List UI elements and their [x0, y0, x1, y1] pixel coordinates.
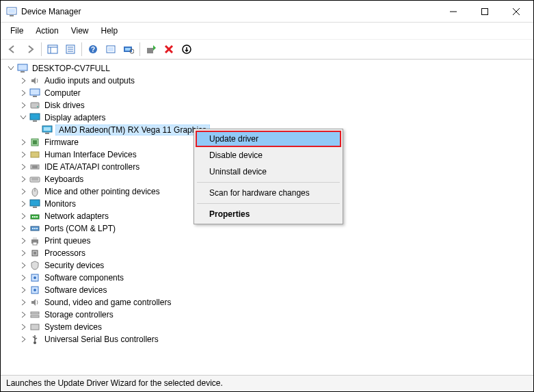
- close-button[interactable]: [500, 1, 532, 22]
- svg-point-55: [34, 228, 36, 229]
- svg-rect-68: [31, 324, 39, 330]
- computer-icon: [17, 63, 28, 74]
- menu-uninstall-device[interactable]: Uninstall device: [196, 164, 341, 180]
- svg-rect-34: [44, 127, 51, 131]
- svg-rect-28: [33, 96, 37, 97]
- expander-icon[interactable]: [18, 273, 28, 283]
- expander-icon[interactable]: [18, 138, 28, 147]
- tree-node-disk-drives[interactable]: Disk drives: [17, 99, 533, 112]
- tree-label: Monitors: [43, 199, 77, 209]
- tree-node-storage-controllers[interactable]: Storage controllers: [17, 309, 533, 321]
- svg-rect-66: [31, 312, 39, 314]
- menu-properties[interactable]: Properties: [196, 206, 341, 222]
- display-adapters-icon: [29, 112, 40, 123]
- forward-button[interactable]: [22, 41, 38, 57]
- security-devices-icon: [29, 260, 40, 271]
- expander-icon[interactable]: [18, 285, 28, 295]
- tree-label: Sound, video and game controllers: [43, 298, 172, 307]
- back-button[interactable]: [4, 41, 21, 57]
- keyboards-icon: [29, 174, 40, 185]
- help-button[interactable]: ?: [85, 41, 101, 57]
- expander-icon[interactable]: [18, 101, 28, 110]
- svg-rect-1: [8, 9, 15, 13]
- tree-node-software-components[interactable]: Software components: [17, 272, 533, 284]
- svg-rect-7: [48, 45, 57, 53]
- tree-label: Human Interface Devices: [43, 150, 138, 159]
- menu-separator: [197, 182, 340, 183]
- expander-icon[interactable]: [18, 322, 28, 332]
- expander-icon[interactable]: [18, 162, 28, 172]
- storage-controllers-icon: [29, 309, 40, 320]
- tree-node-audio-inputs-outputs[interactable]: Audio inputs and outputs: [17, 75, 533, 87]
- usb-controllers-icon: [29, 334, 40, 345]
- window-controls: [438, 1, 532, 22]
- show-hide-console-button[interactable]: [44, 41, 61, 57]
- expander-icon[interactable]: [18, 224, 28, 233]
- menu-action[interactable]: Action: [30, 24, 64, 38]
- update-driver-toolbar-button[interactable]: [143, 41, 159, 57]
- system-devices-icon: [29, 322, 40, 332]
- ports-icon: [29, 223, 40, 234]
- expander-icon[interactable]: [18, 174, 28, 184]
- svg-rect-50: [32, 216, 34, 218]
- menu-help[interactable]: Help: [96, 24, 124, 38]
- network-adapters-icon: [29, 211, 40, 222]
- tree-node-system-devices[interactable]: System devices: [17, 321, 533, 333]
- tree-node-usb-controllers[interactable]: Universal Serial Bus controllers: [17, 333, 533, 345]
- tree-label: System devices: [43, 322, 103, 332]
- context-menu: Update driver Disable device Uninstall d…: [193, 129, 343, 224]
- expander-icon[interactable]: [18, 113, 28, 122]
- menu-update-driver[interactable]: Update driver: [196, 131, 341, 147]
- maximize-button[interactable]: [469, 1, 500, 22]
- tree-label: Storage controllers: [43, 310, 115, 319]
- tree-label: Security devices: [43, 261, 105, 270]
- action-button[interactable]: [103, 41, 119, 57]
- tree-node-sound-controllers[interactable]: Sound, video and game controllers: [17, 296, 533, 309]
- scan-button[interactable]: [120, 41, 137, 57]
- svg-rect-32: [33, 120, 37, 122]
- menu-file[interactable]: File: [5, 24, 29, 38]
- svg-rect-17: [108, 47, 114, 51]
- expander-icon[interactable]: [18, 310, 28, 319]
- expander-icon[interactable]: [18, 298, 28, 307]
- separator: [81, 42, 82, 56]
- expander-icon[interactable]: [18, 76, 28, 86]
- tree-label: Software devices: [43, 285, 108, 295]
- tree-node-security-devices[interactable]: Security devices: [17, 259, 533, 272]
- ide-controllers-icon: [29, 161, 40, 172]
- computer-icon: [29, 88, 40, 99]
- tree-node-processors[interactable]: Processors: [17, 247, 533, 259]
- uninstall-toolbar-button[interactable]: [161, 41, 177, 57]
- expander-icon[interactable]: [18, 150, 28, 159]
- tree-label: Disk drives: [43, 101, 86, 110]
- expander-icon[interactable]: [18, 187, 28, 196]
- svg-rect-26: [21, 71, 25, 73]
- toolbar: ?: [1, 40, 533, 60]
- svg-rect-27: [30, 89, 40, 95]
- tree-node-software-devices[interactable]: Software devices: [17, 284, 533, 296]
- tree-node-print-queues[interactable]: Print queues: [17, 235, 533, 247]
- sound-controllers-icon: [29, 297, 40, 308]
- menu-view[interactable]: View: [66, 24, 94, 38]
- menu-scan-hardware[interactable]: Scan for hardware changes: [196, 185, 341, 201]
- expander-icon[interactable]: [18, 88, 28, 98]
- expander-icon[interactable]: [18, 211, 28, 221]
- expander-icon[interactable]: [31, 125, 40, 135]
- svg-rect-51: [34, 216, 36, 218]
- expander-icon[interactable]: [18, 236, 28, 246]
- tree-node-computer[interactable]: Computer: [17, 87, 533, 99]
- menu-disable-device[interactable]: Disable device: [196, 147, 341, 164]
- disable-toolbar-button[interactable]: [178, 41, 195, 57]
- expander-icon[interactable]: [18, 335, 28, 344]
- svg-rect-25: [18, 64, 27, 70]
- properties-button[interactable]: [62, 41, 79, 57]
- svg-rect-52: [36, 216, 38, 218]
- expander-icon[interactable]: [18, 199, 28, 209]
- svg-rect-4: [482, 8, 488, 14]
- svg-point-30: [37, 106, 38, 107]
- expander-icon[interactable]: [6, 64, 16, 73]
- expander-icon[interactable]: [18, 248, 28, 258]
- expander-icon[interactable]: [18, 261, 28, 270]
- minimize-button[interactable]: [438, 1, 469, 22]
- disk-drives-icon: [29, 100, 40, 111]
